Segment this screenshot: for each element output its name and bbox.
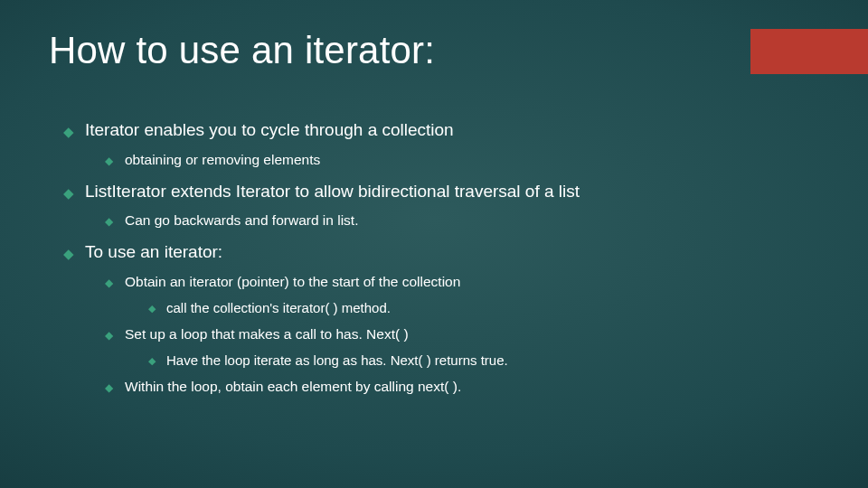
list-item: ◆ obtaining or removing elements	[105, 151, 832, 170]
list-item: ◆ Within the loop, obtain each element b…	[105, 378, 832, 397]
list-item-text: Have the loop iterate as long as has. Ne…	[166, 352, 508, 368]
list-item-text: ListIterator extends Iterator to allow b…	[85, 182, 580, 201]
diamond-bullet-icon: ◆	[148, 302, 156, 315]
slide-title: How to use an iterator:	[49, 29, 435, 72]
list-item-text: call the collection's iterator( ) method…	[166, 300, 391, 315]
slide: How to use an iterator: ◆ Iterator enabl…	[0, 0, 868, 488]
diamond-bullet-icon: ◆	[105, 276, 113, 290]
list-item: ◆ To use an iterator: ◆ Obtain an iterat…	[63, 241, 832, 397]
list-item-text: Obtain an iterator (pointer) to the star…	[125, 274, 460, 289]
diamond-bullet-icon: ◆	[105, 380, 113, 395]
accent-bar	[750, 29, 868, 74]
list-item: ◆ ListIterator extends Iterator to allow…	[63, 181, 832, 231]
diamond-bullet-icon: ◆	[63, 245, 74, 263]
list-item-text: Within the loop, obtain each element by …	[125, 379, 461, 394]
list-item: ◆ Set up a loop that makes a call to has…	[105, 325, 832, 370]
list-item: ◆ Have the loop iterate as long as has. …	[148, 352, 832, 370]
list-item: ◆ Can go backwards and forward in list.	[105, 211, 832, 230]
list-item: ◆ call the collection's iterator( ) meth…	[148, 299, 832, 317]
diamond-bullet-icon: ◆	[63, 123, 74, 141]
diamond-bullet-icon: ◆	[63, 184, 74, 202]
slide-content: ◆ Iterator enables you to cycle through …	[63, 108, 832, 408]
diamond-bullet-icon: ◆	[105, 154, 113, 168]
diamond-bullet-icon: ◆	[105, 328, 113, 343]
list-item-text: Iterator enables you to cycle through a …	[85, 120, 454, 139]
list-item: ◆ Iterator enables you to cycle through …	[63, 119, 832, 170]
list-item-text: To use an iterator:	[85, 242, 222, 261]
bullet-list: ◆ Iterator enables you to cycle through …	[63, 119, 832, 397]
list-item-text: Can go backwards and forward in list.	[125, 212, 358, 228]
list-item-text: obtaining or removing elements	[125, 152, 320, 167]
diamond-bullet-icon: ◆	[105, 214, 113, 229]
diamond-bullet-icon: ◆	[148, 354, 156, 368]
list-item: ◆ Obtain an iterator (pointer) to the st…	[105, 273, 832, 317]
list-item-text: Set up a loop that makes a call to has. …	[125, 326, 409, 342]
